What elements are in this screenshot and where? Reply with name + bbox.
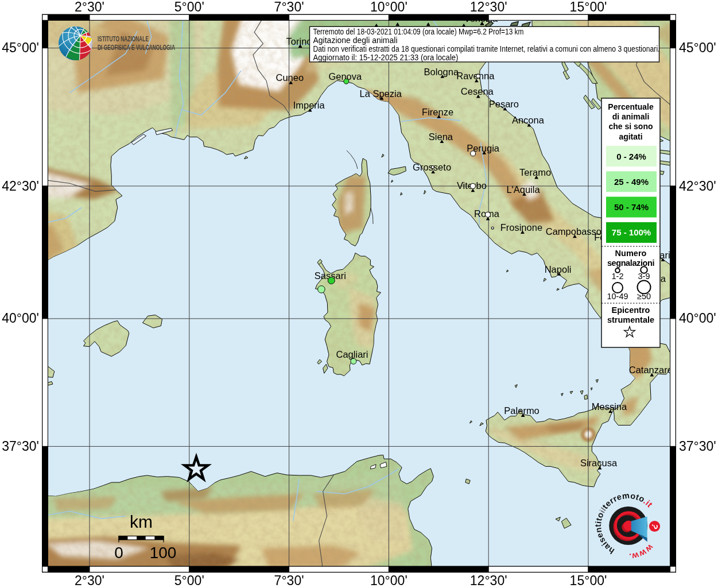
svg-text:Catanzaro: Catanzaro	[629, 365, 673, 375]
svg-text:2°30': 2°30'	[75, 0, 104, 14]
svg-text:agitati: agitati	[619, 132, 642, 141]
svg-text:15°00': 15°00'	[570, 0, 607, 14]
svg-text:45°00': 45°00'	[679, 40, 716, 55]
svg-text:15°00': 15°00'	[570, 573, 607, 588]
svg-text:Campobasso: Campobasso	[546, 226, 601, 237]
svg-text:40°00': 40°00'	[2, 311, 39, 326]
svg-text:Torino: Torino	[286, 36, 312, 47]
svg-text:0: 0	[114, 544, 123, 562]
svg-text:0 - 24%: 0 - 24%	[616, 152, 646, 161]
svg-text:5°00': 5°00'	[174, 0, 204, 14]
svg-text:Frosinone: Frosinone	[500, 222, 542, 233]
svg-text:≥50: ≥50	[637, 292, 651, 301]
svg-text:100: 100	[150, 544, 177, 562]
svg-text:strumentale: strumentale	[607, 315, 654, 324]
svg-text:10-49: 10-49	[607, 292, 628, 301]
svg-text:Pesaro: Pesaro	[489, 99, 519, 109]
svg-text:1-2: 1-2	[612, 272, 624, 281]
svg-text:Messina: Messina	[592, 401, 627, 412]
svg-text:37°30': 37°30'	[2, 439, 39, 454]
svg-text:Siracusa: Siracusa	[580, 458, 618, 468]
svg-text:Imperia: Imperia	[293, 100, 325, 110]
svg-text:Napoli: Napoli	[545, 264, 572, 274]
svg-text:Epicentro: Epicentro	[612, 305, 650, 315]
svg-text:Numero: Numero	[615, 249, 647, 258]
svg-text:DI GEOFISICA E VULCANOLOGIA: DI GEOFISICA E VULCANOLOGIA	[98, 44, 175, 52]
svg-text:Ravenna: Ravenna	[456, 71, 495, 81]
svg-text:Palermo: Palermo	[504, 405, 539, 416]
svg-text:7°30': 7°30'	[274, 0, 304, 14]
svg-text:segnalazioni: segnalazioni	[607, 258, 654, 268]
svg-text:42°30': 42°30'	[2, 179, 39, 194]
svg-text:45°00': 45°00'	[2, 40, 39, 55]
svg-text:10°00': 10°00'	[370, 0, 407, 14]
svg-text:Dati non verificati estratti d: Dati non verificati estratti da 18 quest…	[313, 45, 660, 53]
svg-text:5°00': 5°00'	[174, 573, 204, 588]
svg-text:Terremoto del 18-03-2021 01:04: Terremoto del 18-03-2021 01:04:09 (ora l…	[313, 28, 524, 36]
svg-text:10°00': 10°00'	[370, 573, 407, 588]
svg-text:di animali: di animali	[612, 112, 650, 121]
svg-text:12°30': 12°30'	[470, 0, 507, 14]
svg-text:40°00': 40°00'	[679, 311, 716, 326]
svg-text:La Spezia: La Spezia	[360, 88, 402, 99]
svg-text:Teramo: Teramo	[519, 167, 551, 177]
svg-text:75 - 100%: 75 - 100%	[612, 227, 651, 237]
svg-text:12°30': 12°30'	[470, 573, 507, 588]
svg-text:37°30': 37°30'	[679, 439, 716, 454]
svg-text:km: km	[130, 512, 153, 531]
svg-text:Aggiornato il: 15-12-2025 21:3: Aggiornato il: 15-12-2025 21:33 (ora loc…	[313, 53, 459, 62]
svg-text:Cagliari: Cagliari	[336, 349, 368, 359]
svg-text:Cuneo: Cuneo	[275, 72, 304, 83]
svg-text:Percentuale: Percentuale	[608, 102, 654, 111]
svg-text:7°30': 7°30'	[274, 573, 304, 588]
svg-text:L'Aquila: L'Aquila	[506, 184, 540, 195]
svg-text:Bologna: Bologna	[424, 67, 459, 77]
svg-text:50 - 74%: 50 - 74%	[614, 202, 649, 212]
svg-text:Siena: Siena	[429, 131, 453, 142]
svg-text:che si sono: che si sono	[608, 122, 653, 131]
svg-text:Cesena: Cesena	[461, 86, 494, 96]
svg-text:Firenze: Firenze	[422, 107, 453, 117]
svg-text:25 - 49%: 25 - 49%	[614, 177, 649, 187]
svg-text:Ancona: Ancona	[512, 115, 545, 125]
svg-text:2°30': 2°30'	[75, 573, 104, 588]
svg-text:ISTITUTO NAZIONALE: ISTITUTO NAZIONALE	[98, 35, 149, 43]
svg-text:3-9: 3-9	[638, 272, 650, 281]
svg-text:42°30': 42°30'	[679, 179, 716, 194]
svg-text:Agitazione degli animali: Agitazione degli animali	[313, 36, 398, 45]
